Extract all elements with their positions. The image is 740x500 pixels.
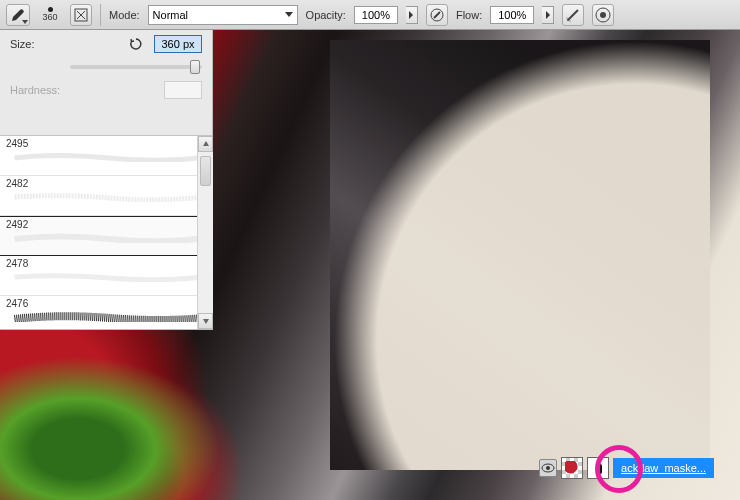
hardness-label: Hardness: — [10, 84, 60, 96]
brush-preset-item[interactable]: 2478 — [0, 256, 213, 296]
scroll-track[interactable] — [198, 152, 213, 313]
brush-tool-button[interactable] — [6, 4, 30, 26]
svg-point-2 — [567, 19, 569, 21]
brush-size-indicator: 360 — [42, 13, 57, 22]
brush-preview-button[interactable]: 360 — [38, 7, 62, 22]
opacity-label: Opacity: — [306, 9, 346, 21]
size-slider[interactable] — [70, 65, 202, 69]
brush-preset-item[interactable]: 2482 — [0, 176, 213, 216]
reset-size-icon[interactable] — [128, 36, 144, 52]
flow-label: Flow: — [456, 9, 482, 21]
flow-input[interactable] — [490, 6, 534, 24]
hardness-input — [164, 81, 202, 99]
flow-flyout[interactable] — [542, 6, 554, 24]
scroll-up-button[interactable] — [198, 136, 213, 152]
scroll-thumb[interactable] — [200, 156, 211, 186]
opacity-input[interactable] — [354, 6, 398, 24]
brush-preset-item[interactable]: 2476 — [0, 296, 213, 329]
svg-point-4 — [567, 17, 568, 18]
brush-list-scrollbar[interactable] — [197, 136, 213, 329]
layer-thumbnail[interactable] — [561, 457, 583, 479]
brush-preset-list: 2495 2482 2492 2478 2476 — [0, 135, 213, 329]
brush-preset-panel: Size: Hardness: 2495 2482 2492 2478 — [0, 30, 213, 330]
airbrush-toggle[interactable] — [562, 4, 584, 26]
opacity-flyout[interactable] — [406, 6, 418, 24]
blend-mode-select[interactable]: Normal — [148, 5, 298, 25]
brush-preset-item[interactable]: 2495 — [0, 136, 213, 176]
brush-settings-toggle[interactable] — [70, 4, 92, 26]
chevron-down-icon — [22, 20, 28, 24]
svg-point-8 — [546, 466, 550, 470]
svg-point-6 — [600, 12, 606, 18]
scroll-down-button[interactable] — [198, 313, 213, 329]
pressure-size-toggle[interactable] — [592, 4, 614, 26]
slider-thumb[interactable] — [190, 60, 200, 74]
mode-label: Mode: — [109, 9, 140, 21]
pressure-opacity-toggle[interactable] — [426, 4, 448, 26]
annotation-circle — [595, 445, 643, 493]
svg-point-3 — [570, 20, 571, 21]
size-label: Size: — [10, 38, 60, 50]
visibility-toggle[interactable] — [539, 459, 557, 477]
options-bar: 360 Mode: Normal Opacity: Flow: — [0, 0, 740, 30]
divider — [100, 4, 101, 26]
brush-size-input[interactable] — [154, 35, 202, 53]
brush-preset-item-selected[interactable]: 2492 — [0, 216, 213, 256]
